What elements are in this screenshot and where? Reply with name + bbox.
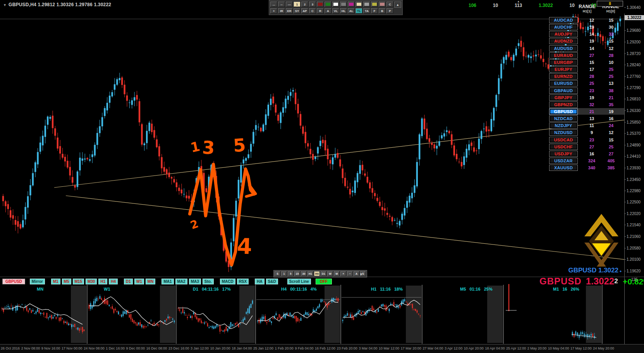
mini-chart-h1[interactable] [342, 285, 422, 344]
mini-chart-h4[interactable] [256, 285, 341, 344]
pair-button-gbpusd[interactable]: GBPUSD [549, 108, 578, 115]
toolbar-button-SY[interactable]: SY [294, 8, 301, 14]
pair-button-gbpaud[interactable]: GBPAUD [549, 88, 578, 94]
color-swatch-button[interactable] [332, 2, 339, 7]
main-chart-canvas[interactable] [0, 0, 624, 276]
range-h1-1-value: 19 [583, 25, 600, 29]
pair-button-euraud[interactable]: EURAUD [549, 52, 578, 59]
price-tick: 1.25850 [627, 120, 641, 124]
toolbar-button-B[interactable]: B [379, 8, 386, 14]
mini-chart-m5[interactable] [487, 285, 503, 344]
period-button-5[interactable]: 5 [288, 271, 294, 276]
period-button-S[interactable]: S [275, 271, 280, 276]
toolbar-button-F[interactable]: F [371, 8, 378, 14]
color-swatch-button[interactable] [348, 2, 355, 7]
toolbar-button-HL[interactable]: HL [340, 8, 347, 14]
toolbar-button---[interactable]: -- [278, 2, 285, 7]
period-button-M[interactable]: M [334, 271, 340, 276]
toolbar-button-C[interactable]: C [309, 8, 316, 14]
swatch-color [372, 3, 377, 6]
color-swatch-button[interactable] [363, 2, 370, 7]
pair-button-usdcad[interactable]: USDCAD [549, 137, 578, 143]
yellow-symbol-icon[interactable]: 8 [597, 1, 623, 7]
chevron-down-icon[interactable]: ▼ [3, 3, 7, 7]
pair-button-eurnzd[interactable]: EURNZD [549, 73, 578, 79]
pair-button-gbpjpy[interactable]: GBPJPY [549, 95, 578, 101]
toolbar-button-C[interactable]: C [386, 2, 393, 7]
pair-button-xauusd[interactable]: XAUUSD [549, 165, 578, 171]
toolbar-button-A[interactable]: A [325, 8, 331, 14]
toolbar-button-P[interactable]: P [386, 8, 393, 14]
toolbar-button-+[interactable]: + [270, 8, 277, 14]
period-button-W[interactable]: W [327, 271, 333, 276]
toolbar-button-3[interactable]: 3 [309, 2, 316, 7]
price-tick: 1.26810 [627, 97, 641, 101]
pair-button-usdjpy[interactable]: USDJPY [549, 151, 578, 157]
stat-value: 10 [493, 3, 498, 8]
toolbar-button-2[interactable]: 2 [301, 2, 308, 7]
date-axis[interactable]: 26 Oct 20162 Nov 08:009 Nov 16:0017 Nov … [0, 344, 644, 353]
price-tick: 1.26330 [627, 108, 641, 113]
toolbar-button-AP[interactable]: AP [301, 8, 308, 14]
toolbar-button-VL[interactable]: VL [332, 8, 339, 14]
date-tick-label: 23 Feb 20:00 [337, 346, 357, 350]
period-button-A[interactable]: A [354, 271, 359, 276]
pair-button-gbpnzd[interactable]: GBPNZD [549, 102, 578, 108]
pair-button-eurusd[interactable]: EURUSD [549, 80, 578, 86]
pair-button-nzdjpy[interactable]: NZDJPY [549, 122, 578, 129]
pair-button-eurgbp[interactable]: EURGBP [549, 59, 578, 65]
color-swatch-button[interactable] [355, 2, 362, 7]
swatch-color [333, 3, 338, 6]
range-h1-0-value: 25 [603, 74, 620, 79]
price-tick: 1.20100 [627, 257, 641, 262]
pair-button-audnzd[interactable]: AUDNZD [549, 38, 578, 44]
color-swatch-button[interactable] [317, 2, 324, 7]
period-button-D1[interactable]: D1 [321, 271, 326, 276]
pair-button-nzdusd[interactable]: NZDUSD [549, 129, 578, 136]
range-h1-1-value: 12 [583, 18, 600, 22]
range-h1-1-value: 340 [583, 165, 600, 170]
period-button-H1[interactable]: H1 [307, 271, 313, 276]
stat-value: 1.3022 [539, 3, 553, 8]
pair-button-eurjpy[interactable]: EURJPY [549, 66, 578, 72]
mini-chart-m1[interactable] [506, 284, 601, 343]
period-button-H4[interactable]: H4 [314, 271, 320, 276]
stat-value: 113▲ [515, 3, 522, 8]
color-swatch-button[interactable] [325, 2, 331, 7]
period-button-15[interactable]: 15 [294, 271, 300, 276]
toolbar-button-—[interactable]: — [286, 2, 293, 7]
pair-button-usdchf[interactable]: USDCHF [549, 144, 578, 150]
pair-button-nzdcad[interactable]: NZDCAD [549, 115, 578, 122]
toolbar-button-AL[interactable]: AL [348, 8, 355, 14]
pair-button-audchf[interactable]: AUDCHF [549, 24, 578, 30]
pair-button-audusd[interactable]: AUDUSD [549, 45, 578, 52]
swatch-color [326, 3, 330, 6]
range-h1-1-value: 13 [583, 116, 600, 121]
pair-button-audjpy[interactable]: AUDJPY [549, 31, 578, 37]
collapse-up-icon[interactable]: ▲ [394, 2, 401, 8]
range-header-h1-1: RANGE H1[1] [576, 5, 598, 14]
color-swatch-button[interactable] [371, 2, 378, 7]
toolbar-button-R[interactable]: R [317, 8, 324, 14]
toolbar-button-...[interactable]: ... [270, 2, 277, 7]
symbol-ohlc-text: GBPUSD,H4 1.29812 1.30326 1.29786 1.3022… [9, 2, 111, 7]
mini-chart-w1[interactable] [89, 285, 176, 344]
color-swatch-button[interactable] [379, 2, 386, 7]
mini-chart-mn[interactable] [2, 285, 87, 344]
toolbar-button-TA[interactable]: TA [363, 8, 370, 14]
color-swatch-button[interactable] [340, 2, 347, 7]
period-button-−[interactable]: − [347, 271, 353, 276]
pair-button-usdzar[interactable]: USDZAR [549, 158, 578, 164]
pair-button-audcad[interactable]: AUDCAD [549, 17, 578, 23]
toolbar-button-IR[interactable]: IR [278, 8, 285, 14]
toolbar-button-TL[interactable]: TL [355, 8, 362, 14]
period-button-+[interactable]: + [340, 271, 346, 276]
mini-chart-d1[interactable] [178, 285, 256, 344]
period-button-1[interactable]: 1 [281, 271, 287, 276]
collapse-down-icon[interactable]: ▼ [359, 272, 363, 276]
range-h1-0-value: 10 [603, 60, 620, 65]
period-button-30[interactable]: 30 [301, 271, 307, 276]
toolbar-button-ER[interactable]: ER [286, 8, 293, 14]
price-axis[interactable]: 1.306401.296801.292001.287201.282401.277… [624, 14, 644, 344]
toolbar-button-1[interactable]: 1 [294, 2, 301, 7]
